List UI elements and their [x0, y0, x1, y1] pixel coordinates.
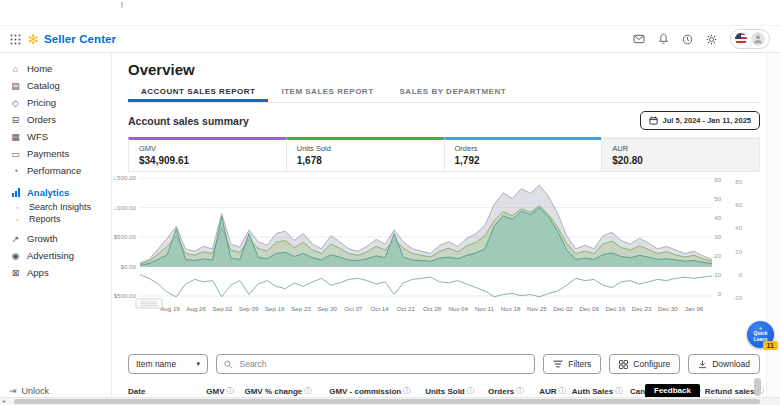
column-header-gmv-change[interactable]: GMV % changeⓘ	[234, 386, 312, 396]
x-axis-tick: Dec 30	[658, 305, 678, 312]
sidebar-item-analytics[interactable]: Analytics	[0, 184, 111, 201]
info-icon[interactable]: ⓘ	[615, 386, 623, 396]
x-axis-tick: Nov 04	[448, 305, 468, 312]
column-label: Date	[128, 387, 145, 396]
growth-icon: ↗	[10, 234, 21, 244]
sidebar: ⌂Home▤Catalog◇Pricing⊟Orders▦WFS▭Payment…	[0, 53, 112, 405]
search-insights-icon: ◦	[12, 204, 23, 211]
y-axis-left-tick: $1,000.00	[114, 204, 137, 211]
x-axis-tick: Nov 18	[501, 305, 521, 312]
x-axis-tick: Dec 02	[553, 305, 573, 312]
sidebar-item-advertising[interactable]: ◉Advertising	[0, 247, 111, 264]
filters-button[interactable]: Filters	[543, 354, 601, 374]
sidebar-item-label: Growth	[27, 233, 58, 244]
y-axis-right-outer-tick: -20	[733, 295, 742, 301]
y-axis-left-tick: $0.00	[121, 263, 137, 270]
column-label: GMV - commission	[329, 387, 401, 396]
sidebar-item-reports[interactable]: ◦Reports	[0, 213, 111, 225]
column-header-date[interactable]: Date	[128, 386, 177, 396]
sidebar-item-label: Payments	[27, 148, 69, 159]
download-icon	[698, 360, 707, 369]
sidebar-item-label: Orders	[27, 114, 56, 125]
info-icon[interactable]: ⓘ	[516, 386, 524, 396]
metric-label: AUR	[612, 144, 749, 153]
horizontal-scrollbar-thumb[interactable]	[14, 399, 760, 404]
sidebar-item-search-insights[interactable]: ◦Search Insights	[0, 201, 111, 213]
x-axis-tick: Oct 21	[397, 305, 416, 312]
filters-label: Filters	[568, 359, 591, 369]
horizontal-scrollbar[interactable]: ◂	[0, 397, 780, 405]
info-icon[interactable]: ⓘ	[403, 386, 411, 396]
column-header-aur[interactable]: AURⓘ	[524, 386, 566, 396]
y-axis-right-inner-tick: 10	[714, 272, 721, 278]
scroll-left-arrow-icon[interactable]: ◂	[2, 398, 5, 405]
tab-sales-by-department[interactable]: SALES BY DEPARTMENT	[387, 82, 520, 102]
sidebar-item-pricing[interactable]: ◇Pricing	[0, 94, 111, 111]
metric-value: $20.80	[612, 155, 749, 166]
sidebar-item-growth[interactable]: ↗Growth	[0, 230, 111, 247]
configure-button[interactable]: Configure	[609, 354, 680, 374]
metric-card-aur[interactable]: AUR$20.80	[601, 137, 760, 172]
sidebar-unlock-button[interactable]: ⇥ Unlock	[9, 386, 49, 396]
metric-card-orders[interactable]: Orders1,792	[444, 137, 603, 172]
sales-chart[interactable]: $1,500.00$1,000.00$500.00$0.00-$500.0060…	[114, 174, 762, 316]
column-header-gmv-commission[interactable]: GMV - commissionⓘ	[312, 386, 411, 396]
apps-grid-icon[interactable]	[10, 34, 21, 45]
sidebar-item-catalog[interactable]: ▤Catalog	[0, 77, 111, 94]
y-axis-right-inner-tick: 0	[718, 291, 722, 297]
sidebar-item-wfs[interactable]: ▦WFS	[0, 128, 111, 145]
metric-value: 1,678	[297, 155, 434, 166]
performance-icon: ◔	[10, 166, 21, 176]
wfs-icon: ▦	[10, 132, 21, 142]
sidebar-item-orders[interactable]: ⊟Orders	[0, 111, 111, 128]
y-axis-right-inner-tick: 50	[714, 196, 721, 202]
download-label: Download	[712, 359, 750, 369]
sidebar-item-home[interactable]: ⌂Home	[0, 60, 111, 77]
tab-item-sales-report[interactable]: ITEM SALES REPORT	[268, 82, 386, 102]
metric-card-gmv[interactable]: GMV$34,909.61	[128, 137, 287, 172]
gear-icon[interactable]	[706, 34, 717, 45]
sidebar-item-performance[interactable]: ◔Performance	[0, 162, 111, 179]
sidebar-item-apps[interactable]: ⊠Apps	[0, 264, 111, 281]
table-vertical-scrollbar[interactable]	[754, 378, 761, 396]
x-axis-tick: Sep 09	[239, 305, 259, 312]
feedback-button[interactable]: Feedback	[645, 384, 700, 398]
column-header-units-sold[interactable]: Units Soldⓘ	[411, 386, 475, 396]
x-axis-tick: Oct 07	[344, 305, 363, 312]
metric-card-units-sold[interactable]: Units Sold1,678	[286, 137, 445, 172]
search-box[interactable]	[216, 354, 535, 374]
info-icon[interactable]: ⓘ	[559, 386, 567, 396]
pricing-icon: ◇	[10, 98, 21, 108]
search-input[interactable]	[237, 358, 527, 370]
item-name-select[interactable]: Item name ▾	[128, 354, 208, 374]
info-icon[interactable]: ⓘ	[227, 386, 235, 396]
grid-icon	[619, 360, 628, 369]
metric-cards: GMV$34,909.61Units Sold1,678Orders1,792A…	[128, 137, 760, 172]
column-header-auth-sales[interactable]: Auth Salesⓘ	[566, 386, 623, 396]
chart-scroll-handle[interactable]	[136, 299, 162, 308]
info-icon[interactable]: ⓘ	[304, 386, 312, 396]
sidebar-item-label: Advertising	[27, 250, 74, 261]
info-icon[interactable]: ⓘ	[467, 386, 475, 396]
y-axis-right-outer-tick: 60	[735, 202, 742, 208]
date-range-picker[interactable]: Jul 5, 2024 - Jan 11, 2025	[640, 111, 760, 130]
download-button[interactable]: Download	[688, 354, 760, 374]
clock-icon[interactable]	[682, 34, 693, 45]
mail-icon[interactable]	[633, 34, 645, 44]
account-menu[interactable]	[730, 29, 770, 49]
tab-account-sales-report[interactable]: ACCOUNT SALES REPORT	[128, 82, 268, 102]
x-axis-tick: Dec 16	[606, 305, 626, 312]
x-axis-tick: Dec 09	[579, 305, 599, 312]
bell-icon[interactable]	[658, 33, 669, 45]
series-gmv-change-line	[140, 275, 712, 297]
column-header-gmv[interactable]: GMVⓘ	[177, 386, 234, 396]
seller-center-logo[interactable]: ✻ Seller Center	[28, 33, 116, 46]
column-header-orders[interactable]: Ordersⓘ	[474, 386, 523, 396]
column-label: Refund sales	[705, 387, 755, 396]
column-label: Units Sold	[425, 387, 465, 396]
sidebar-item-payments[interactable]: ▭Payments	[0, 145, 111, 162]
quick-learn-badge[interactable]: 11	[763, 341, 778, 350]
metric-label: Orders	[455, 144, 592, 153]
analytics-icon	[10, 188, 21, 197]
x-axis-tick: Aug 26	[186, 305, 206, 312]
